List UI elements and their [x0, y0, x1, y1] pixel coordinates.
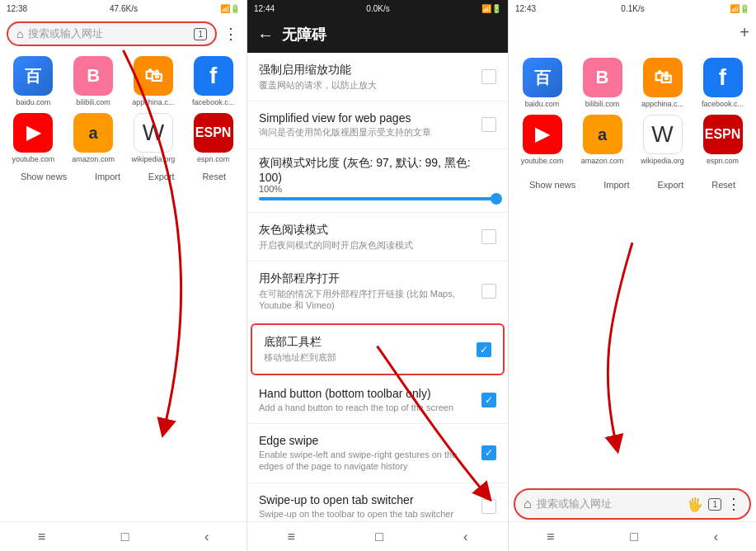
quick-item-baidu[interactable]: 百 baidu.com: [7, 56, 60, 106]
right-add-button[interactable]: +: [740, 23, 749, 42]
left-address-placeholder[interactable]: 搜索或输入网址: [28, 26, 194, 41]
setting-hand-button[interactable]: Hand button (bottom toolbar only) Add a …: [247, 377, 508, 424]
right-quick-amazon[interactable]: a amazon.com: [575, 115, 629, 165]
setting-hand-desc: Add a hand button to reach the top of th…: [259, 402, 481, 413]
bottom-toolbar-checkbox[interactable]: ✓: [477, 342, 491, 357]
setting-swipe-up[interactable]: Swipe-up to open tab switcher Swipe-up o…: [247, 483, 508, 521]
espn-icon: ESPN: [194, 113, 233, 153]
right-bilibili-label: bilibili.com: [585, 100, 620, 108]
right-speed: 0.1K/s: [621, 4, 644, 13]
youtube-icon: ▶: [13, 113, 53, 153]
right-toolbar-row: Show news Import Export Reset: [509, 177, 756, 193]
setting-simplified-text: Simplified view for web pages 询问是否使用简化版视…: [259, 111, 481, 138]
right-quick-appchina[interactable]: 🛍 appchina.c...: [636, 58, 689, 108]
back-arrow-btn[interactable]: ←: [257, 26, 274, 45]
right-appchina-icon: 🛍: [643, 58, 683, 97]
right-wikipedia-label: wikipedia.org: [641, 157, 684, 165]
middle-nav-home[interactable]: □: [375, 530, 383, 544]
right-reset-btn[interactable]: Reset: [711, 180, 735, 190]
right-quick-bilibili[interactable]: B bilibili.com: [575, 58, 629, 108]
right-quick-wikipedia[interactable]: W wikipedia.org: [636, 115, 689, 165]
right-espn-icon: ESPN: [703, 115, 743, 154]
setting-edge-swipe[interactable]: Edge swipe Enable swipe-left and swipe-r…: [247, 424, 508, 483]
amazon-icon: a: [73, 113, 113, 153]
left-nav-menu[interactable]: ≡: [38, 530, 45, 544]
left-address-bar-container: ⌂ 搜索或输入网址 1 ⋮: [0, 16, 247, 51]
slider-thumb[interactable]: [491, 193, 502, 205]
setting-grey-desc: 开启夜间模式的同时开启灰色阅读模式: [259, 239, 481, 251]
left-nav-back[interactable]: ‹: [204, 530, 209, 544]
right-tab-count[interactable]: 1: [708, 498, 721, 511]
left-browser-panel: 12:38 47.6K/s 📶🔋 ⌂ 搜索或输入网址 1 ⋮ 百 baidu.c…: [0, 0, 247, 551]
amazon-label: amazon.com: [72, 155, 115, 163]
quick-item-bilibili[interactable]: B bilibili.com: [67, 56, 120, 106]
quick-item-wikipedia[interactable]: W wikipedia.org: [127, 113, 181, 163]
right-nav-back[interactable]: ‹: [714, 530, 718, 544]
swipe-up-checkbox[interactable]: [481, 499, 496, 514]
simplified-checkbox[interactable]: [481, 117, 496, 132]
right-hand-icon[interactable]: 🖐: [687, 497, 703, 512]
right-export-btn[interactable]: Export: [657, 180, 683, 190]
quick-item-espn[interactable]: ESPN espn.com: [186, 113, 240, 163]
right-quick-youtube[interactable]: ▶ youtube.com: [515, 115, 569, 165]
hand-button-checkbox[interactable]: ✓: [481, 393, 496, 407]
setting-swipe-text: Swipe-up to open tab switcher Swipe-up o…: [259, 493, 481, 520]
setting-toolbar-text: 底部工具栏 移动地址栏到底部: [264, 335, 477, 363]
right-quick-baidu[interactable]: 百 baidu.com: [515, 58, 569, 108]
right-espn-label: espn.com: [707, 157, 739, 165]
left-toolbar-row: Show news Import Export Reset: [0, 168, 247, 185]
reset-btn[interactable]: Reset: [202, 172, 226, 181]
slider-fill: [259, 197, 496, 200]
right-address-placeholder[interactable]: 搜索或输入网址: [537, 497, 683, 511]
settings-list: 强制启用缩放功能 覆盖网站的请求，以防止放大 Simplified view f…: [247, 53, 508, 521]
import-btn[interactable]: Import: [95, 172, 120, 181]
setting-force-zoom-desc: 覆盖网站的请求，以防止放大: [259, 79, 481, 91]
settings-title: 无障碍: [282, 25, 326, 45]
right-menu-dots[interactable]: ⋮: [726, 495, 741, 513]
middle-nav-menu[interactable]: ≡: [288, 530, 295, 544]
setting-edge-desc: Enable swipe-left and swipe-right gestur…: [259, 449, 481, 473]
open-external-checkbox[interactable]: [481, 284, 496, 299]
left-nav-home[interactable]: □: [121, 530, 129, 544]
middle-status-bar: 12:44 0.0K/s 📶🔋: [247, 0, 508, 16]
left-menu-dots[interactable]: ⋮: [222, 23, 240, 45]
left-address-bar-wrapper[interactable]: ⌂ 搜索或输入网址 1: [7, 21, 217, 46]
settings-header: ← 无障碍: [247, 16, 508, 53]
quick-item-facebook[interactable]: f facebook.c...: [186, 56, 240, 106]
quick-item-youtube[interactable]: ▶ youtube.com: [7, 113, 60, 163]
setting-force-zoom-text: 强制启用缩放功能 覆盖网站的请求，以防止放大: [259, 63, 481, 91]
setting-force-zoom-title: 强制启用缩放功能: [259, 63, 481, 78]
right-nav-home[interactable]: □: [630, 530, 638, 544]
force-zoom-checkbox[interactable]: [481, 69, 496, 84]
bilibili-icon: B: [73, 56, 113, 96]
middle-nav-back[interactable]: ‹: [463, 530, 467, 544]
setting-simplified-view[interactable]: Simplified view for web pages 询问是否使用简化版视…: [247, 101, 508, 148]
right-nav-menu[interactable]: ≡: [547, 530, 554, 544]
quick-item-appchina[interactable]: 🛍 appchina.c...: [127, 56, 181, 106]
right-show-news-btn[interactable]: Show news: [529, 180, 575, 190]
show-news-btn[interactable]: Show news: [21, 172, 67, 181]
right-bilibili-icon: B: [583, 58, 622, 97]
setting-open-external[interactable]: 用外部程序打开 在可能的情况下用外部程序打开链接 (比如 Maps, Youtu…: [247, 261, 508, 323]
grey-reading-checkbox[interactable]: [481, 229, 496, 244]
quick-item-amazon[interactable]: a amazon.com: [67, 113, 120, 163]
right-quick-facebook[interactable]: f facebook.c...: [696, 58, 749, 108]
night-contrast-slider[interactable]: [259, 197, 496, 200]
edge-swipe-checkbox[interactable]: ✓: [481, 445, 496, 460]
left-time: 12:38: [7, 4, 27, 13]
right-youtube-icon: ▶: [523, 115, 562, 154]
setting-grey-text: 灰色阅读模式 开启夜间模式的同时开启灰色阅读模式: [259, 223, 481, 251]
setting-grey-reading[interactable]: 灰色阅读模式 开启夜间模式的同时开启灰色阅读模式: [247, 213, 508, 261]
setting-edge-title: Edge swipe: [259, 434, 481, 447]
right-facebook-label: facebook.c...: [702, 100, 744, 108]
export-btn[interactable]: Export: [148, 172, 175, 181]
right-import-btn[interactable]: Import: [603, 180, 629, 190]
right-baidu-icon: 百: [523, 58, 562, 97]
right-quick-espn[interactable]: ESPN espn.com: [696, 115, 749, 165]
left-tab-count[interactable]: 1: [194, 28, 207, 40]
setting-force-zoom[interactable]: 强制启用缩放功能 覆盖网站的请求，以防止放大: [247, 53, 508, 101]
right-bottom-nav: ≡ □ ‹: [509, 521, 756, 551]
setting-bottom-toolbar[interactable]: 底部工具栏 移动地址栏到底部 ✓: [251, 323, 505, 374]
setting-external-title: 用外部程序打开: [259, 271, 481, 286]
home-icon: ⌂: [16, 27, 23, 40]
